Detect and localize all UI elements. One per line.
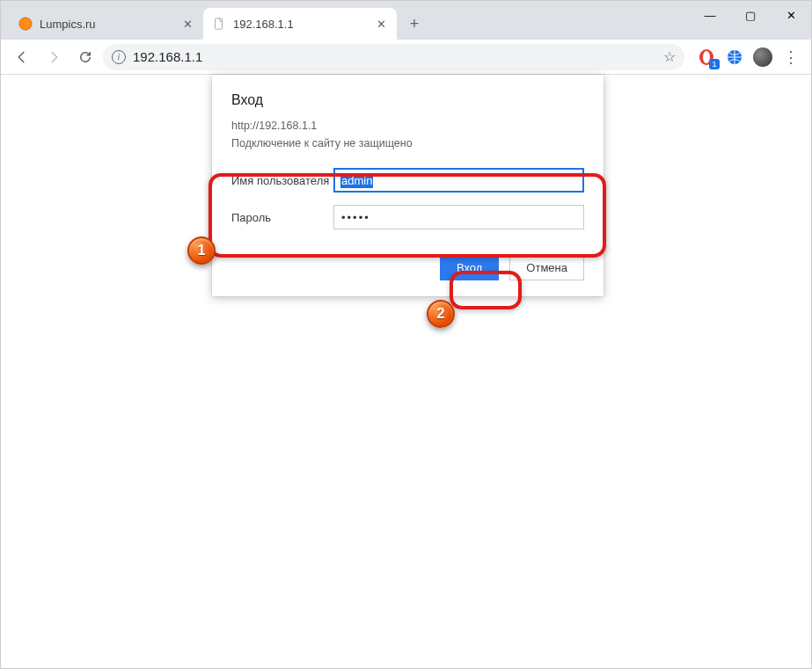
dialog-origin: http://192.168.1.1: [231, 117, 584, 135]
cancel-button[interactable]: Отмена: [509, 254, 584, 280]
dialog-warning: Подключение к сайту не защищено: [231, 135, 584, 152]
password-value: •••••: [341, 211, 370, 224]
info-glyph: i: [118, 52, 121, 62]
password-label: Пароль: [231, 211, 333, 224]
username-value: admin: [340, 173, 373, 188]
username-input[interactable]: admin: [333, 168, 584, 193]
orange-circle-icon: [18, 17, 33, 31]
reload-button[interactable]: [71, 43, 99, 71]
forward-button[interactable]: [40, 43, 68, 71]
close-icon[interactable]: ✕: [374, 17, 388, 31]
extensions-area: 1 ⋮: [688, 47, 804, 67]
plus-icon: +: [410, 15, 420, 33]
tab-lumpics[interactable]: Lumpics.ru ✕: [10, 8, 203, 40]
window-titlebar: Lumpics.ru ✕ 192.168.1.1 ✕ + — ▢ ✕: [1, 1, 811, 40]
tab-title: 192.168.1.1: [233, 18, 367, 31]
dialog-actions: Вход Отмена: [231, 254, 584, 280]
close-window-button[interactable]: ✕: [771, 1, 811, 29]
dialog-title: Вход: [231, 92, 584, 108]
site-info-icon[interactable]: i: [112, 50, 126, 64]
avatar-icon: [753, 47, 772, 67]
back-button[interactable]: [8, 43, 36, 71]
tab-title: Lumpics.ru: [40, 18, 173, 31]
tab-router[interactable]: 192.168.1.1 ✕: [203, 8, 397, 40]
tab-strip: Lumpics.ru ✕ 192.168.1.1 ✕ +: [1, 1, 690, 40]
kebab-icon: ⋮: [783, 48, 799, 66]
extension-badge: 1: [709, 59, 720, 69]
page-content: Вход http://192.168.1.1 Подключение к са…: [1, 75, 811, 668]
profile-avatar[interactable]: [753, 47, 772, 67]
extension-opera-icon[interactable]: 1: [697, 47, 716, 67]
badge-number: 1: [198, 243, 206, 258]
minimize-button[interactable]: —: [690, 1, 730, 29]
new-tab-button[interactable]: +: [402, 11, 427, 36]
close-icon: ✕: [786, 9, 796, 22]
svg-rect-2: [216, 18, 223, 29]
extension-globe-icon[interactable]: [725, 47, 744, 67]
username-label: Имя пользователя: [231, 174, 333, 187]
arrow-left-icon: [14, 49, 30, 65]
browser-menu-button[interactable]: ⋮: [781, 47, 801, 67]
reload-icon: [77, 49, 93, 65]
url-text: 192.168.1.1: [133, 49, 656, 64]
window-controls: — ▢ ✕: [690, 1, 811, 29]
cancel-button-label: Отмена: [526, 261, 567, 274]
minimize-icon: —: [705, 9, 716, 22]
browser-toolbar: i 192.168.1.1 ☆ 1 ⋮: [1, 40, 811, 75]
annotation-badge-2: 2: [427, 300, 455, 328]
password-input[interactable]: •••••: [333, 205, 584, 229]
password-row: Пароль •••••: [231, 205, 584, 229]
arrow-right-icon: [46, 49, 62, 65]
bookmark-star-icon[interactable]: ☆: [663, 48, 676, 65]
badge-number: 2: [437, 306, 445, 322]
maximize-icon: ▢: [745, 9, 756, 22]
http-auth-dialog: Вход http://192.168.1.1 Подключение к са…: [212, 75, 604, 296]
maximize-button[interactable]: ▢: [730, 1, 771, 29]
close-icon[interactable]: ✕: [180, 17, 194, 31]
username-row: Имя пользователя admin: [231, 168, 584, 193]
login-button-label: Вход: [457, 261, 482, 274]
login-button[interactable]: Вход: [440, 254, 499, 280]
blank-page-icon: [212, 17, 226, 31]
address-bar[interactable]: i 192.168.1.1 ☆: [103, 44, 684, 70]
dialog-subtext: http://192.168.1.1 Подключение к сайту н…: [231, 117, 584, 152]
